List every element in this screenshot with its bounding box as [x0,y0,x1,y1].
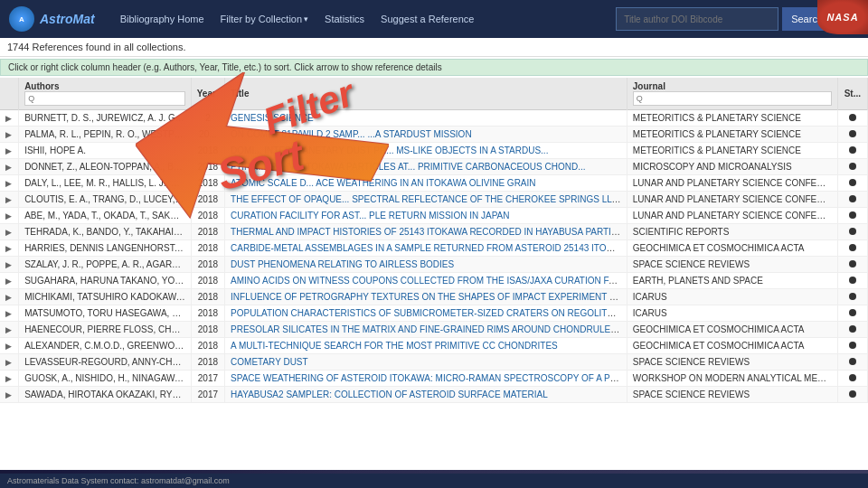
table-row[interactable]: ▶ GUOSK, A., NISHIDO, H., NINAGAWA, K...… [0,371,868,387]
authors-cell: HAENECOUR, PIERRE FLOSS, CHRISTI... [19,322,192,338]
title-cell[interactable]: FTIR MICR... IVE ITOKAWA PARTICLES AT...… [225,159,627,175]
title-cell[interactable]: AMINO ACIDS ON WITNESS COUPONS COLLECTED… [225,273,627,289]
title-label: Title [231,89,249,99]
table-row[interactable]: ▶ DALY, L., LEE, M. R., HALLIS, L. J., B… [0,175,868,192]
year-cell: 2018 [191,175,224,192]
col-status-header[interactable]: St... [837,78,867,110]
title-cell[interactable]: COMETARY DUST [225,354,627,371]
authors-cell: LEVASSEUR-REGOURD, ANNY-CHANTA... [19,354,192,371]
journal-cell: GEOCHIMICA ET COSMOCHIMICA ACTA [627,322,837,338]
year-cell: 2018 [191,208,224,224]
status-dot [849,195,856,202]
journal-cell: METEORITICS & PLANETARY SCIENCE [627,143,837,159]
authors-cell: SZALAY, J. R., POPPE, A. R., AGARWAL, J.… [19,257,192,273]
title-cell[interactable]: HAYABUSA2 SAMPLER: COLLECTION OF ASTEROI… [225,387,627,403]
info-bar: Click or right click column header (e.g.… [0,59,868,76]
table-row[interactable]: ▶ LEVASSEUR-REGOURD, ANNY-CHANTA... 2018… [0,354,868,371]
expand-btn[interactable]: ▶ [0,338,19,354]
expand-btn[interactable]: ▶ [0,257,19,273]
table-row[interactable]: ▶ DONNET, Z., ALEON-TOPPAN, A., BORO... … [0,159,868,175]
expand-btn[interactable]: ▶ [0,143,19,159]
table-body: ▶ BURNETT, D. S., JUREWICZ, A. J. G. WC.… [0,110,868,403]
expand-btn[interactable]: ▶ [0,387,19,403]
title-cell[interactable]: INFLUENCE OF PETROGRAPHY TEXTURES ON THE… [225,289,627,305]
table-row[interactable]: ▶ CLOUTIS, E. A., TRANG, D., LUCEY, P. G… [0,192,868,208]
expand-btn[interactable]: ▶ [0,208,19,224]
expand-btn[interactable]: ▶ [0,289,19,305]
status-dot [849,228,856,235]
expand-btn[interactable]: ▶ [0,175,19,192]
expand-btn[interactable]: ▶ [0,127,19,143]
status-cell [837,387,867,403]
authors-cell: TEHRADA, K., BANDO, Y., TAKAHAIA, N., IS… [19,224,192,240]
year-label: Year [197,89,216,99]
table-row[interactable]: ▶ SUGAHARA, HARUNA TAKANO, YOSHI-HI... 2… [0,273,868,289]
title-cell[interactable]: DOMI... INTERPLANETARY DUST PR... MS-LIK… [225,143,627,159]
table-row[interactable]: ▶ MATSUMOTO, TORU HASEGAWA, S., NA.... 2… [0,305,868,322]
title-cell[interactable]: SPACE WEATHERING OF ASTEROID ITOKAWA: MI… [225,371,627,387]
table-row[interactable]: ▶ ISHII, HOPE A. 2018 DOMI... INTERPLANE… [0,143,868,159]
status-dot [849,179,856,186]
nav-suggest-reference[interactable]: Suggest a Reference [373,10,481,28]
title-cell[interactable]: DUST PHENOMENA RELATING TO AIRLESS BODIE… [225,257,627,273]
title-cell[interactable]: THE EFFECT OF OPAQUE... SPECTRAL REFLECT… [225,192,627,208]
authors-cell: DALY, L., LEE, M. R., HALLIS, L. J., BLA… [19,175,192,192]
search-input[interactable] [616,7,778,31]
title-cell[interactable]: ON COMET 81P/WILD 2 SAMP... ...A STARDUS… [225,127,627,143]
expand-btn[interactable]: ▶ [0,159,19,175]
table-row[interactable]: ▶ ABE, M., YADA, T., OKADA, T., SAKAMOTO… [0,208,868,224]
nav-statistics[interactable]: Statistics [317,10,372,28]
col-authors-header[interactable]: Authors [19,78,192,110]
col-title-header[interactable]: Title [225,78,627,110]
expand-btn[interactable]: ▶ [0,240,19,257]
title-cell[interactable]: A MULTI-TECHNIQUE SEARCH FOR THE MOST PR… [225,338,627,354]
status-dot [849,260,856,267]
table-row[interactable]: ▶ HARRIES, DENNIS LANGENHORST, FALKO 201… [0,240,868,257]
nasa-logo-text: NASA [826,12,858,23]
journal-cell: LUNAR AND PLANETARY SCIENCE CONFERENCE [627,175,837,192]
table-row[interactable]: ▶ TEHRADA, K., BANDO, Y., TAKAHAIA, N., … [0,224,868,240]
table-row[interactable]: ▶ BURNETT, D. S., JUREWICZ, A. J. G. WC.… [0,110,868,127]
journal-cell: SPACE SCIENCE REVIEWS [627,387,837,403]
main-content: 1744 References found in all collections… [0,38,868,470]
title-cell[interactable]: CARBIDE-METAL ASSEMBLAGES IN A SAMPLE RE… [225,240,627,257]
expand-btn[interactable]: ▶ [0,110,19,127]
title-cell[interactable]: GENESIS SCIENCE [225,110,627,127]
year-cell: 2018 [191,257,224,273]
title-cell[interactable]: POPULATION CHARACTERISTICS OF SUBMICROME… [225,305,627,322]
expand-btn[interactable]: ▶ [0,371,19,387]
title-cell[interactable]: CURATION FACILITY FOR AST... PLE RETURN … [225,208,627,224]
table-row[interactable]: ▶ SZALAY, J. R., POPPE, A. R., AGARWAL, … [0,257,868,273]
title-cell[interactable]: THERMAL AND IMPACT HISTORIES OF 25143 IT… [225,224,627,240]
table-row[interactable]: ▶ HAENECOUR, PIERRE FLOSS, CHRISTI... 20… [0,322,868,338]
nav-bibliography-home[interactable]: Bibliography Home [113,10,212,28]
table-row[interactable]: ▶ MICHIKAMI, TATSUHIRO KADOKAWA, T.... 2… [0,289,868,305]
expand-btn[interactable]: ▶ [0,224,19,240]
col-journal-header[interactable]: Journal [627,78,837,110]
table-row[interactable]: ▶ SAWADA, HIROTAKA OKAZAKI, RYUJI I... 2… [0,387,868,403]
expand-btn[interactable]: ▶ [0,305,19,322]
nav-filter-collection[interactable]: Filter by Collection [213,10,316,28]
journal-cell: SPACE SCIENCE REVIEWS [627,354,837,371]
col-year-header[interactable]: Year [191,78,224,110]
footer: Astromaterials Data System contact: astr… [0,474,868,488]
title-cell[interactable]: ATOMIC SCALE D... ACE WEATHERING IN AN I… [225,175,627,192]
nav-links: Bibliography Home Filter by Collection S… [113,10,616,28]
table-row[interactable]: ▶ PALMA, R. L., PEPIN, R. O., WESTPHAL, … [0,127,868,143]
expand-btn[interactable]: ▶ [0,273,19,289]
col-expand-header [0,78,19,110]
journal-filter[interactable] [633,91,832,106]
journal-cell: LUNAR AND PLANETARY SCIENCE CONFERENCE [627,192,837,208]
expand-btn[interactable]: ▶ [0,354,19,371]
references-table: Authors Year Title Journal St... [0,78,868,403]
status-cell [837,208,867,224]
status-cell [837,240,867,257]
authors-filter[interactable] [24,91,185,106]
header: A AstroMat Bibliography Home Filter by C… [0,0,868,38]
expand-btn[interactable]: ▶ [0,192,19,208]
authors-cell: HARRIES, DENNIS LANGENHORST, FALKO [19,240,192,257]
table-row[interactable]: ▶ ALEXANDER, C.M.O.D., GREENWOOD, R.... … [0,338,868,354]
journal-cell: SCIENTIFIC REPORTS [627,224,837,240]
expand-btn[interactable]: ▶ [0,322,19,338]
title-cell[interactable]: PRESOLAR SILICATES IN THE MATRIX AND FIN… [225,322,627,338]
